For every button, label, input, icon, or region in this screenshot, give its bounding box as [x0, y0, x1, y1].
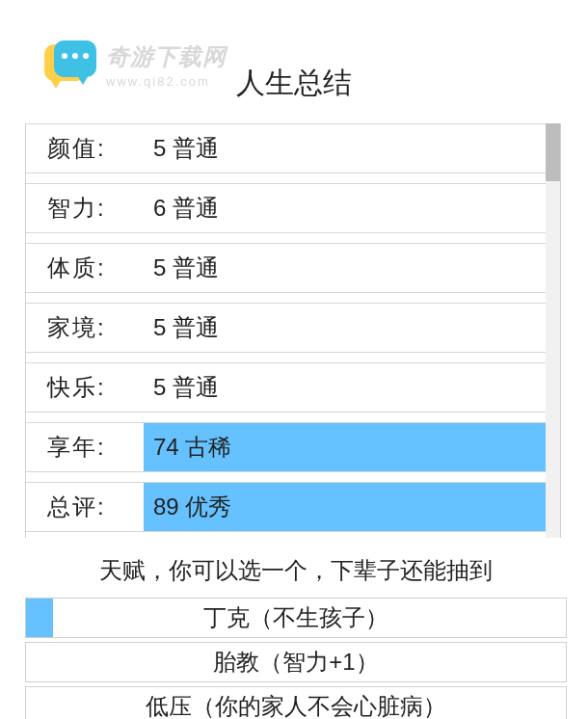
- stat-label: 颜值:: [26, 133, 144, 164]
- talent-option-prenatal[interactable]: 胎教（智力+1）: [25, 642, 567, 682]
- stat-label: 体质:: [26, 253, 144, 283]
- talent-prompt: 天赋，你可以选一个，下辈子还能抽到: [25, 549, 567, 594]
- stat-row-lifespan: 享年: 74 古稀: [26, 422, 547, 472]
- watermark-site-name: 奇游下载网: [106, 41, 227, 72]
- watermark-logo-icon: [44, 40, 96, 89]
- stat-label: 享年:: [26, 432, 144, 463]
- stat-label: 快乐:: [26, 372, 144, 403]
- stat-value: 74 古稀: [144, 423, 547, 471]
- stat-row-happiness: 快乐: 5 普通: [26, 362, 547, 413]
- stat-row-overall: 总评: 89 优秀: [26, 482, 547, 532]
- stat-row-intelligence: 智力: 6 普通: [26, 183, 547, 233]
- stat-row-appearance: 颜值: 5 普通: [26, 123, 547, 173]
- talent-section: 天赋，你可以选一个，下辈子还能抽到 丁克（不生孩子） 胎教（智力+1） 低压（你…: [25, 549, 567, 719]
- site-watermark: 奇游下载网 www.qi82.com: [44, 40, 227, 89]
- summary-panel-content: 颜值: 5 普通 智力: 6 普通 体质: 5 普通 家境: 5 普通 快乐: …: [26, 123, 547, 532]
- stat-value: 5 普通: [144, 304, 547, 352]
- stat-value: 6 普通: [144, 184, 547, 232]
- app-root: 奇游下载网 www.qi82.com 人生总结 颜值: 5 普通 智力: 6 普…: [0, 0, 588, 719]
- stat-value: 5 普通: [144, 363, 547, 412]
- stat-value: 89 优秀: [144, 483, 547, 531]
- stat-row-family: 家境: 5 普通: [26, 303, 547, 353]
- stat-value: 5 普通: [144, 244, 547, 292]
- talent-fill: [26, 599, 53, 637]
- talent-option-lowpressure[interactable]: 低压（你的家人不会心脏病）: [25, 686, 567, 719]
- talent-option-dink[interactable]: 丁克（不生孩子）: [25, 598, 567, 638]
- stat-value: 5 普通: [144, 124, 547, 173]
- scrollbar-track[interactable]: [546, 123, 560, 538]
- stat-row-constitution: 体质: 5 普通: [26, 243, 547, 293]
- stat-label: 总评:: [26, 492, 144, 522]
- watermark-site-url: www.qi82.com: [106, 74, 227, 89]
- summary-panel: 颜值: 5 普通 智力: 6 普通 体质: 5 普通 家境: 5 普通 快乐: …: [25, 123, 561, 538]
- stat-label: 智力:: [26, 193, 144, 224]
- scrollbar-thumb[interactable]: [546, 123, 560, 181]
- talent-option-label: 丁克（不生孩子）: [203, 602, 388, 633]
- stat-label: 家境:: [26, 312, 144, 343]
- talent-option-label: 胎教（智力+1）: [213, 647, 378, 678]
- talent-option-label: 低压（你的家人不会心脏病）: [146, 691, 446, 719]
